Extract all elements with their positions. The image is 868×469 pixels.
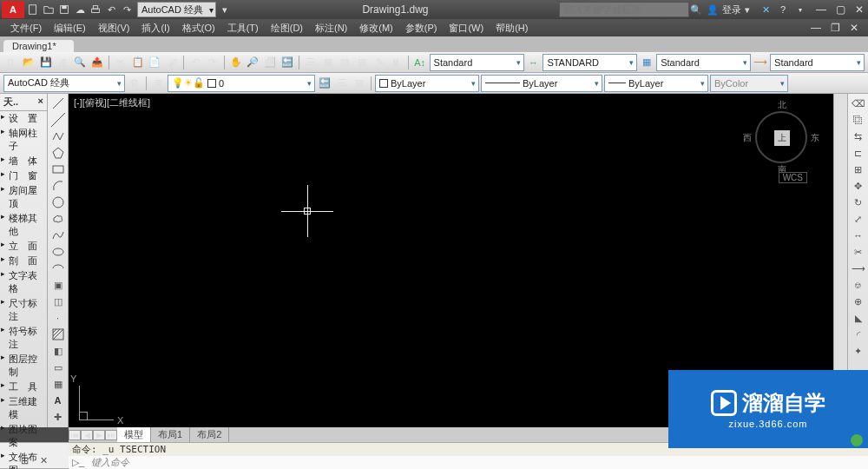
offset-icon[interactable]: ⊏ — [850, 145, 867, 161]
lp-block[interactable]: 图块图案 — [0, 422, 47, 450]
doc-restore-button[interactable]: ❐ — [826, 21, 844, 35]
pin-icon[interactable]: × — [38, 96, 43, 109]
spline-icon[interactable] — [49, 228, 67, 243]
lp-stair[interactable]: 楼梯其他 — [0, 211, 47, 239]
rect-icon[interactable] — [49, 162, 67, 177]
copy-icon[interactable]: 📋 — [130, 55, 146, 70]
menu-param[interactable]: 参数(P) — [400, 20, 443, 36]
fillet-icon[interactable]: ◜ — [850, 327, 867, 342]
lp-elev[interactable]: 立 面 — [0, 239, 47, 254]
hatch-icon[interactable] — [49, 327, 67, 342]
ssm-icon[interactable]: ▤ — [354, 55, 370, 70]
chamfer-icon[interactable]: ◣ — [850, 310, 867, 326]
undo-icon[interactable]: ↶ — [187, 55, 203, 70]
menu-view[interactable]: 视图(V) — [93, 20, 135, 36]
qat-undo-icon[interactable]: ↶ — [104, 3, 118, 17]
publish-icon[interactable]: 📤 — [89, 55, 105, 70]
xline-icon[interactable] — [49, 112, 67, 128]
doc-minimize-button[interactable]: — — [807, 21, 825, 35]
copy2-icon[interactable]: ⿻ — [850, 112, 867, 128]
print-icon[interactable]: 🖨 — [55, 55, 70, 70]
scale-icon[interactable]: ⤢ — [850, 211, 867, 227]
lp-grid[interactable]: 轴网柱子 — [0, 126, 47, 154]
search-icon[interactable]: 🔍 — [689, 3, 703, 17]
lp-dim[interactable]: 尺寸标注 — [0, 296, 47, 324]
props-icon[interactable]: ☰ — [303, 55, 319, 70]
tab-prev-icon[interactable]: ◀ — [81, 430, 93, 440]
menu-draw[interactable]: 绘图(D) — [266, 20, 308, 36]
dc-icon[interactable]: ▦ — [320, 55, 336, 70]
login-button[interactable]: 👤 登录 ▾ — [707, 3, 750, 17]
dir-west[interactable]: 西 — [743, 132, 752, 144]
ellipse-icon[interactable] — [49, 244, 67, 260]
region-icon[interactable]: ▭ — [49, 360, 67, 375]
calc-icon[interactable]: 🖩 — [389, 55, 404, 70]
menu-help[interactable]: 帮助(H) — [490, 20, 533, 36]
lp-file[interactable]: 文件布图 — [0, 450, 47, 469]
workspace-combo[interactable]: AutoCAD 经典 — [3, 75, 125, 92]
textstyle-combo[interactable]: Standard — [430, 54, 524, 71]
insert-icon[interactable]: ▣ — [49, 277, 67, 293]
menu-file[interactable]: 文件(F) — [5, 20, 47, 36]
workspace-selector[interactable]: AutoCAD 经典 — [137, 2, 216, 17]
lp-text[interactable]: 文字表格 — [0, 268, 47, 296]
menu-tools[interactable]: 工具(T) — [222, 20, 264, 36]
dir-east[interactable]: 东 — [811, 132, 819, 144]
gradient-icon[interactable]: ◧ — [49, 343, 67, 359]
tbs-icon[interactable]: ▦ — [639, 55, 654, 70]
qat-saveas-icon[interactable]: ☁ — [73, 3, 87, 17]
menu-window[interactable]: 窗口(W) — [444, 20, 489, 36]
help-icon[interactable]: ? — [776, 3, 790, 17]
command-line[interactable]: ▷_ 键入命令 — [69, 456, 868, 469]
lp-door[interactable]: 门 窗 — [0, 168, 47, 183]
preview-icon[interactable]: 🔍 — [72, 55, 88, 70]
tab-next-icon[interactable]: ▶ — [93, 430, 105, 440]
dir-north[interactable]: 北 — [778, 99, 786, 111]
menu-insert[interactable]: 插入(I) — [136, 20, 174, 36]
block-icon[interactable]: ◫ — [49, 294, 67, 309]
mirror-icon[interactable]: ⇆ — [850, 129, 867, 144]
point-icon[interactable]: · — [49, 310, 67, 326]
viewcube-top[interactable]: 上 — [774, 130, 790, 146]
ml-icon[interactable]: ⟶ — [753, 55, 768, 70]
explode-icon[interactable]: ✦ — [850, 343, 867, 359]
qat-print-icon[interactable] — [89, 3, 102, 17]
tab-last-icon[interactable]: ⏭ — [105, 430, 117, 440]
layer-iso-icon[interactable]: ☰ — [334, 76, 350, 91]
qat-open-icon[interactable] — [42, 3, 56, 17]
erase-icon[interactable]: ⌫ — [850, 96, 867, 111]
lp-tool[interactable]: 工 具 — [0, 380, 47, 394]
open-icon[interactable]: 📂 — [21, 55, 36, 70]
doc-close-button[interactable]: ✕ — [845, 21, 863, 35]
table-icon[interactable]: ▦ — [49, 376, 67, 392]
arc-icon[interactable] — [49, 178, 67, 194]
ws-gear-icon[interactable]: ⚙ — [127, 76, 142, 91]
trim-icon[interactable]: ✂ — [850, 244, 867, 260]
search-input[interactable] — [559, 2, 689, 17]
panel-title[interactable]: 天..× — [0, 94, 47, 111]
pan-icon[interactable]: ✋ — [228, 55, 244, 70]
menu-format[interactable]: 格式(O) — [177, 20, 220, 36]
move-icon[interactable]: ✥ — [850, 178, 867, 194]
file-tab[interactable]: Drawing1* — [3, 40, 74, 52]
mtext-icon[interactable]: A — [49, 393, 67, 408]
markup-icon[interactable]: ✎ — [372, 55, 387, 70]
layer-state-icon[interactable]: ▤ — [352, 76, 367, 91]
model-tab[interactable]: 模型 — [117, 427, 151, 442]
pline-icon[interactable] — [49, 129, 67, 144]
menu-modify[interactable]: 修改(M) — [354, 20, 398, 36]
polygon-icon[interactable] — [49, 145, 67, 161]
layer-combo[interactable]: 💡 ☀ 🔓 0 — [168, 75, 315, 92]
circle-icon[interactable] — [49, 195, 67, 210]
addsel-icon[interactable]: ✚ — [49, 409, 67, 425]
dimstyle-combo[interactable]: STANDARD — [542, 54, 637, 71]
layer-prev-icon[interactable]: 🔙 — [317, 76, 332, 91]
lp-wall[interactable]: 墙 体 — [0, 154, 47, 168]
ts-icon[interactable]: A↕ — [412, 55, 428, 70]
layout2-tab[interactable]: 布局2 — [190, 427, 229, 442]
qat-save-icon[interactable] — [57, 3, 71, 17]
lp-sect[interactable]: 剖 面 — [0, 254, 47, 268]
help-dd-icon[interactable]: ▾ — [793, 3, 807, 17]
tp-icon[interactable]: ▧ — [338, 55, 353, 70]
zoom-prev-icon[interactable]: 🔙 — [279, 55, 295, 70]
